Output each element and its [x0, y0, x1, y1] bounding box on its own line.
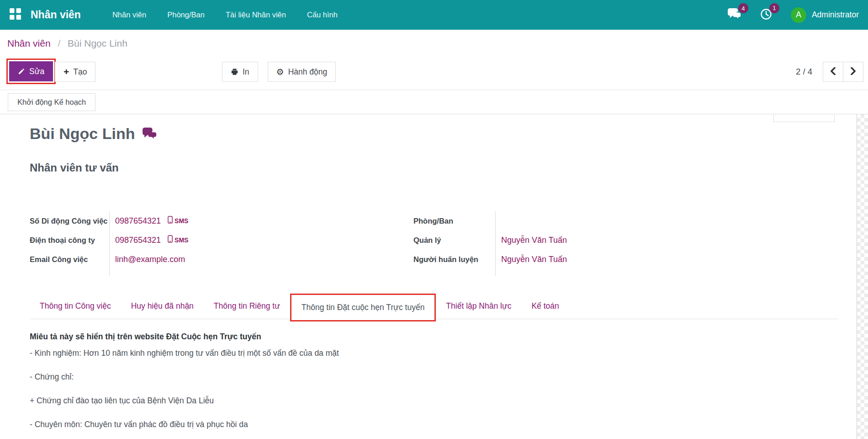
action-button[interactable]: ⚙ Hành động [268, 62, 336, 82]
employee-name-title: Bùi Ngọc Linh [30, 125, 135, 142]
edit-button[interactable]: Sửa [9, 61, 53, 81]
tab-thong-tin-rieng-tu[interactable]: Thông tin Riêng tư [204, 294, 290, 319]
field-label-coach: Người huấn luyện [413, 250, 496, 269]
description-line: - Kinh nghiệm: Hơn 10 năm kinh nghiệm tr… [30, 348, 779, 359]
menu-item-phong-ban[interactable]: Phòng/Ban [157, 0, 215, 30]
printer-icon [231, 68, 238, 75]
create-button-label: Tạo [73, 67, 87, 77]
field-group-right: Phòng/Ban Quản lý Nguyễn Văn Tuấn Người … [413, 211, 779, 276]
pager-buttons [823, 62, 863, 82]
breadcrumb-separator: / [58, 38, 60, 48]
field-value-manager: Nguyễn Văn Tuấn [496, 230, 779, 250]
field-label-manager: Quản lý [413, 230, 496, 250]
tab-thong-tin-cong-viec[interactable]: Thông tin Công việc [30, 294, 121, 319]
sms-label: SMS [175, 217, 188, 225]
coach-link[interactable]: Nguyễn Văn Tuấn [501, 255, 567, 264]
description-line: - Chứng chỉ: [30, 372, 779, 382]
apps-grid-icon [9, 8, 21, 22]
print-button-label: In [243, 67, 249, 77]
breadcrumb-current: Bùi Ngọc Linh [68, 38, 127, 48]
main-menu: Nhân viên Phòng/Ban Tài liệu Nhân viên C… [102, 0, 348, 30]
gear-icon: ⚙ [276, 68, 284, 76]
chevron-right-icon [850, 67, 856, 76]
field-separator-spacer [30, 269, 110, 276]
field-value-work-phone: 0987654321 SMS [110, 230, 393, 250]
description-line: - Chuyên môn: Chuyên tư vấn phác đồ điều… [30, 419, 779, 430]
online-booking-description: Miêu tả này sẽ hiển thị trên website Đặt… [30, 332, 779, 439]
field-separator-spacer [110, 269, 393, 276]
user-avatar: A [791, 7, 806, 23]
field-value-work-mobile: 0987654321 SMS [110, 211, 393, 230]
field-label-work-phone: Điện thoại công ty [30, 230, 110, 250]
field-label-department: Phòng/Ban [413, 211, 496, 230]
app-brand[interactable]: Nhân viên [31, 9, 81, 21]
tab-huy-hieu-da-nhan[interactable]: Huy hiệu đã nhận [121, 294, 204, 319]
record-title-block: Bùi Ngọc Linh [30, 125, 158, 142]
chevron-left-icon [830, 67, 836, 76]
sms-button-work-mobile[interactable]: SMS [168, 216, 188, 226]
form-sheet: Bùi Ngọc Linh Nhân viên tư vấn Số Di độn… [0, 114, 868, 439]
menu-item-cau-hinh[interactable]: Cấu hình [296, 0, 348, 30]
action-buttons-row: Sửa + Tạo In ⚙ Hành động 2 / 4 [0, 57, 868, 90]
send-message-chat-icon[interactable] [142, 127, 158, 140]
activities-count-badge: 1 [769, 3, 779, 13]
active-tab-annotation: Thông tin Đặt cuộc hẹn Trực tuyến [290, 294, 436, 321]
manager-link[interactable]: Nguyễn Văn Tuấn [501, 236, 567, 245]
menu-item-tai-lieu[interactable]: Tài liệu Nhân viên [215, 0, 296, 30]
user-menu[interactable]: A Administrator [791, 7, 862, 23]
work-mobile-link[interactable]: 0987654321 [115, 216, 161, 226]
tab-thong-tin-dat-cuoc-hen[interactable]: Thông tin Đặt cuộc hẹn Trực tuyến [291, 295, 435, 320]
sms-button-work-phone[interactable]: SMS [168, 235, 188, 245]
menu-item-nhan-vien[interactable]: Nhân viên [102, 0, 157, 30]
transparent-strip [857, 114, 868, 439]
tab-thiet-lap-nhan-luc[interactable]: Thiết lập Nhân lực [436, 294, 521, 319]
pager-previous-button[interactable] [823, 62, 843, 82]
field-value-work-email: linh@example.com [110, 250, 393, 269]
control-panel: Nhân viên / Bùi Ngọc Linh [0, 30, 868, 57]
field-separator-spacer [496, 269, 779, 276]
breadcrumb: Nhân viên / Bùi Ngọc Linh [7, 30, 127, 57]
job-title: Nhân viên tư vấn [30, 161, 119, 174]
field-label-work-email: Email Công việc [30, 250, 110, 269]
record-pager: 2 / 4 [796, 62, 863, 82]
field-label-work-mobile: Số Di động Công việc [30, 211, 110, 230]
record-actions-group: In ⚙ Hành động [222, 62, 336, 82]
description-heading: Miêu tả này sẽ hiển thị trên website Đặt… [30, 332, 779, 342]
field-separator-spacer [413, 269, 496, 276]
statusbar-row: Khởi động Kế hoạch [0, 90, 868, 114]
edit-button-annotation: Sửa [6, 59, 56, 84]
apps-menu-button[interactable] [7, 7, 23, 23]
mobile-phone-icon [168, 235, 173, 245]
field-group-left: Số Di động Công việc 0987654321 SMS Điện… [30, 211, 393, 276]
launch-plan-button[interactable]: Khởi động Kế hoạch [8, 93, 95, 111]
messages-button[interactable]: 4 [727, 8, 741, 22]
description-line: + Chứng chỉ đào tạo liên tục của Bệnh Vi… [30, 396, 779, 406]
pencil-icon [18, 68, 25, 75]
top-navbar: Nhân viên Nhân viên Phòng/Ban Tài liệu N… [0, 0, 868, 30]
mobile-phone-icon [168, 216, 173, 226]
breadcrumb-parent-link[interactable]: Nhân viên [7, 38, 51, 48]
field-value-department [496, 211, 779, 230]
user-name: Administrator [812, 10, 859, 20]
plus-icon: + [64, 66, 69, 77]
pager-count: 2 / 4 [796, 67, 812, 77]
field-value-coach: Nguyễn Văn Tuấn [496, 250, 779, 269]
employee-form-page: Nhân viên Nhân viên Phòng/Ban Tài liệu N… [0, 0, 868, 439]
notebook-tabs: Thông tin Công việc Huy hiệu đã nhận Thô… [30, 294, 838, 319]
sms-label: SMS [175, 236, 188, 244]
print-button[interactable]: In [222, 62, 258, 82]
create-button[interactable]: + Tạo [55, 62, 95, 82]
pager-next-button[interactable] [843, 62, 863, 82]
work-email-link[interactable]: linh@example.com [115, 255, 185, 264]
action-button-label: Hành động [288, 67, 328, 77]
navbar-systray: 4 1 A Administrator [727, 0, 862, 30]
tab-ke-toan[interactable]: Kế toán [521, 294, 569, 319]
messages-count-badge: 4 [738, 3, 748, 13]
work-phone-link[interactable]: 0987654321 [115, 236, 161, 245]
employee-photo-frame [773, 114, 835, 122]
edit-button-label: Sửa [29, 67, 44, 76]
activities-button[interactable]: 1 [760, 8, 773, 22]
